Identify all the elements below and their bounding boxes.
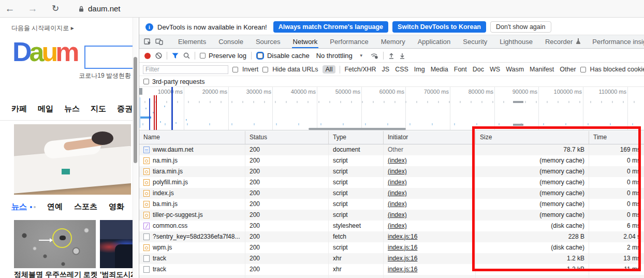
news-tab-entertainment[interactable]: 연예 xyxy=(47,202,63,212)
back-icon[interactable]: ← xyxy=(4,3,16,14)
initiator-link[interactable]: (index) xyxy=(388,189,407,197)
column-status[interactable]: Status xyxy=(245,131,329,144)
table-row[interactable]: track 200 xhr index.js:16 1.2 kB 11 ms xyxy=(139,264,644,275)
news-thumbnail-moon[interactable] xyxy=(14,220,96,268)
filter-type-other[interactable]: Other xyxy=(560,66,576,73)
corona-status-link[interactable]: 코로나19 발생현황 xyxy=(62,71,131,80)
disable-cache-checkbox[interactable] xyxy=(257,53,263,58)
device-toolbar-icon[interactable] xyxy=(155,37,163,47)
table-row[interactable]: index.js 200 script (index) (memory cach… xyxy=(139,188,644,199)
initiator-link[interactable]: (index) xyxy=(388,168,407,175)
record-button[interactable] xyxy=(144,53,151,59)
reload-icon[interactable]: ↻ xyxy=(50,3,61,14)
column-time[interactable]: Time xyxy=(589,131,644,144)
search-input[interactable] xyxy=(84,46,133,69)
filter-type-css[interactable]: CSS xyxy=(395,66,408,73)
news-tab-news[interactable]: 뉴스 xyxy=(11,202,27,212)
column-size[interactable]: Size xyxy=(476,131,589,144)
network-conditions-icon[interactable] xyxy=(370,52,378,59)
table-row[interactable]: track 200 xhr index.js:16 1.2 kB 13 ms xyxy=(139,253,644,264)
table-row[interactable]: ?sentry_key=58d2336efa7f48... 200 fetch … xyxy=(139,231,644,242)
news-tab-movie[interactable]: 영화 xyxy=(109,202,124,212)
tab-lighthouse[interactable]: Lighthouse xyxy=(499,35,534,49)
nav-item-map[interactable]: 지도 xyxy=(91,104,106,114)
tab-elements[interactable]: Elements xyxy=(177,35,207,49)
page-scrollbar[interactable] xyxy=(133,18,138,278)
daum-logo[interactable]: Daum xyxy=(12,38,77,65)
table-row[interactable]: wpm.js 200 script index.js:16 (disk cach… xyxy=(139,242,644,253)
network-overview-timeline[interactable]: 10000 ms 20000 ms 30000 ms 40000 ms 5000… xyxy=(139,87,644,130)
tab-memory[interactable]: Memory xyxy=(380,35,406,49)
invert-checkbox[interactable] xyxy=(232,67,238,72)
initiator-link[interactable]: (index) xyxy=(388,200,407,208)
initiator-link[interactable]: (index) xyxy=(388,211,407,218)
switch-korean-button[interactable]: Switch DevTools to Korean xyxy=(392,21,486,33)
inspect-element-icon[interactable] xyxy=(144,37,152,47)
column-type[interactable]: Type xyxy=(329,131,384,144)
table-row[interactable]: common.css 200 stylesheet (index) (disk … xyxy=(139,221,644,231)
match-language-button[interactable]: Always match Chrome's language xyxy=(273,21,388,33)
dont-show-again-button[interactable]: Don't show again xyxy=(490,21,551,33)
filter-type-fetch-xhr[interactable]: Fetch/XHR xyxy=(344,66,376,73)
chevron-down-icon[interactable]: ▼ xyxy=(359,53,363,58)
preserve-log-checkbox[interactable] xyxy=(200,53,206,58)
tab-performance-insights[interactable]: Performance insights xyxy=(591,35,644,49)
filter-input[interactable] xyxy=(143,65,228,74)
timeline-scrollbar-thumb[interactable] xyxy=(309,128,406,130)
has-blocked-cookies-checkbox[interactable] xyxy=(580,67,586,72)
ad-image[interactable] xyxy=(14,124,131,195)
filter-type-ws[interactable]: WS xyxy=(490,66,500,73)
xhr-icon xyxy=(143,255,150,262)
throttling-select[interactable]: No throttling xyxy=(316,52,353,60)
tab-security[interactable]: Security xyxy=(462,35,488,49)
third-party-checkbox[interactable] xyxy=(143,79,149,84)
filter-type-manifest[interactable]: Manifest xyxy=(530,66,554,73)
filter-type-js[interactable]: JS xyxy=(382,66,390,73)
scrollbar-thumb[interactable] xyxy=(134,57,137,163)
tab-sources[interactable]: Sources xyxy=(255,35,282,49)
table-row[interactable]: ba.min.js 200 script (index) (memory cac… xyxy=(139,199,644,210)
initiator-link[interactable]: (index) xyxy=(388,179,407,186)
table-row[interactable]: na.min.js 200 script (index) (memory cac… xyxy=(139,155,644,166)
initiator-link[interactable]: index.js:16 xyxy=(388,255,417,262)
filter-type-doc[interactable]: Doc xyxy=(473,66,484,73)
initiator-link[interactable]: index.js:16 xyxy=(388,233,417,240)
search-icon[interactable] xyxy=(183,52,190,59)
address-bar[interactable]: daum.net xyxy=(79,4,121,13)
table-row[interactable]: www.daum.net 200 document Other 78.7 kB … xyxy=(139,144,644,155)
news-tab-sports[interactable]: 스포츠 xyxy=(74,202,97,212)
news-caption-2[interactable]: '범죄도시2' xyxy=(100,270,133,278)
nav-item-cafe[interactable]: 카페 xyxy=(11,104,27,114)
table-row[interactable]: tiara.min.js 200 script (index) (memory … xyxy=(139,166,644,177)
news-thumbnail-movie[interactable] xyxy=(100,220,133,268)
nav-item-stock[interactable]: 증권 xyxy=(117,104,133,114)
initiator-link[interactable]: (index) xyxy=(388,222,407,229)
filter-type-font[interactable]: Font xyxy=(454,66,467,73)
tab-console[interactable]: Console xyxy=(217,35,244,49)
table-row[interactable]: polyfill.min.js 200 script (index) (memo… xyxy=(139,177,644,188)
hide-data-urls-checkbox[interactable] xyxy=(262,67,268,72)
tab-network[interactable]: Network xyxy=(292,35,319,49)
filter-icon[interactable] xyxy=(172,53,179,59)
forward-icon[interactable]: → xyxy=(27,3,38,14)
column-name[interactable]: Name xyxy=(139,131,245,144)
tab-recorder[interactable]: Recorder xyxy=(544,35,574,49)
initiator-link[interactable]: (index) xyxy=(388,157,407,164)
news-caption-1[interactable]: 정체불명 우주쓰레기 로켓 닷 xyxy=(14,270,97,278)
nav-item-mail[interactable]: 메일 xyxy=(38,104,53,114)
nav-item-news[interactable]: 뉴스 xyxy=(64,104,80,114)
export-har-icon[interactable] xyxy=(399,53,405,59)
set-homepage-link[interactable]: 다음을 시작페이지로 ▸ xyxy=(11,24,74,33)
filter-type-wasm[interactable]: Wasm xyxy=(506,66,524,73)
clear-icon[interactable] xyxy=(155,52,162,59)
initiator-link[interactable]: index.js:16 xyxy=(388,244,417,251)
filter-type-media[interactable]: Media xyxy=(431,66,448,73)
import-har-icon[interactable] xyxy=(388,53,394,59)
column-initiator[interactable]: Initiator xyxy=(384,131,476,144)
table-row[interactable]: tiller-pc-suggest.js 200 script (index) … xyxy=(139,210,644,221)
filter-type-all[interactable]: All xyxy=(323,65,336,74)
tab-performance[interactable]: Performance xyxy=(329,35,369,49)
initiator-link[interactable]: index.js:16 xyxy=(388,266,417,273)
tab-application[interactable]: Application xyxy=(417,35,452,49)
filter-type-img[interactable]: Img xyxy=(414,66,425,73)
